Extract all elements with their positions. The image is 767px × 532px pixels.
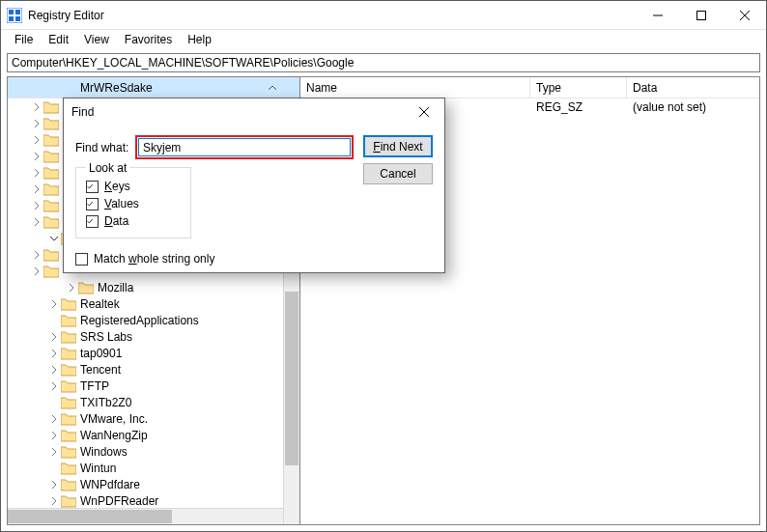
address-bar[interactable]: Computer\HKEY_LOCAL_MACHINE\SOFTWARE\Pol… <box>7 53 760 72</box>
tree-item[interactable]: WNPdfdare <box>8 476 299 492</box>
close-button[interactable] <box>723 1 766 29</box>
tree-item[interactable]: VMware, Inc. <box>8 410 299 427</box>
folder-icon <box>43 265 59 278</box>
chevron-right-icon[interactable] <box>31 118 43 129</box>
tree-item[interactable]: Windows <box>8 443 299 460</box>
tree-item-label: Windows <box>80 445 128 459</box>
folder-icon <box>43 133 59 147</box>
svg-rect-1 <box>9 10 14 14</box>
chevron-right-icon[interactable] <box>31 249 43 261</box>
chevron-right-icon[interactable] <box>48 298 60 310</box>
chevron-right-icon[interactable] <box>48 348 60 359</box>
folder-icon <box>43 100 59 114</box>
menu-view[interactable]: View <box>76 31 117 48</box>
folder-icon <box>61 297 76 311</box>
tree-item[interactable]: TXITb2Z0 <box>8 394 299 410</box>
tree-item-label: WanNengZip <box>80 429 148 442</box>
minimize-button[interactable] <box>636 1 679 29</box>
window-title: Registry Editor <box>28 9 636 22</box>
folder-icon <box>43 215 59 229</box>
chevron-right-icon[interactable] <box>31 266 43 277</box>
chevron-right-icon[interactable] <box>31 200 43 211</box>
chevron-right-icon[interactable] <box>31 167 43 179</box>
tree-item-label: Mozilla <box>98 281 133 294</box>
tree-item-label: RegisteredApplications <box>80 314 199 327</box>
tree-item-label: Wintun <box>80 462 116 475</box>
chevron-right-icon[interactable] <box>48 495 60 507</box>
chevron-right-icon[interactable] <box>31 101 43 113</box>
find-next-button[interactable]: Find Next <box>363 135 433 157</box>
menu-favorites[interactable]: Favorites <box>117 31 180 48</box>
find-what-input[interactable] <box>138 138 351 156</box>
tree-item[interactable]: SRS Labs <box>8 328 299 345</box>
tree-item-label: Tencent <box>80 363 121 377</box>
tree-item[interactable]: Wintun <box>8 460 299 476</box>
folder-icon <box>43 182 59 196</box>
folder-icon <box>61 412 76 426</box>
tree-item[interactable]: Realtek <box>8 295 299 312</box>
tree-item[interactable]: Mozilla <box>8 279 299 295</box>
find-input-highlight <box>135 135 354 159</box>
chevron-down-icon[interactable] <box>48 233 60 244</box>
find-what-label: Find what: <box>75 141 135 154</box>
chevron-right-icon[interactable] <box>48 331 60 343</box>
tree-selected-item[interactable]: MrWReSdake <box>8 77 299 98</box>
chevron-right-icon[interactable] <box>48 430 60 441</box>
keys-checkbox-row[interactable]: Keys <box>86 178 181 195</box>
tree-item-label: WNPdfdare <box>80 478 140 491</box>
column-header-type[interactable]: Type <box>530 77 627 98</box>
folder-icon <box>61 363 76 377</box>
tree-item[interactable]: WanNengZip <box>8 427 299 443</box>
chevron-right-icon[interactable] <box>66 282 77 294</box>
scrollbar-thumb[interactable] <box>285 292 298 465</box>
tree-item[interactable]: RegisteredApplications <box>8 312 299 328</box>
find-close-button[interactable] <box>412 99 437 125</box>
folder-icon <box>43 166 59 180</box>
app-icon <box>7 8 22 23</box>
maximize-button[interactable] <box>679 1 723 29</box>
tree-item-label: tap0901 <box>80 347 122 360</box>
scrollbar-thumb[interactable] <box>8 510 172 523</box>
menu-file[interactable]: File <box>7 31 41 48</box>
chevron-right-icon[interactable] <box>48 315 60 326</box>
data-checkbox-row[interactable]: Data <box>86 212 181 230</box>
tree-horizontal-scrollbar[interactable] <box>8 508 283 524</box>
look-at-group: Look at Keys Values Data <box>75 167 191 238</box>
values-checkbox-row[interactable]: Values <box>86 195 181 212</box>
folder-icon <box>61 478 76 491</box>
values-label: Values <box>104 197 139 210</box>
tree-item[interactable]: TFTP <box>8 378 299 394</box>
chevron-right-icon[interactable] <box>48 413 60 425</box>
folder-icon <box>43 199 59 212</box>
folder-icon <box>43 117 59 130</box>
match-whole-checkbox-row[interactable]: Match whole string only <box>75 250 354 267</box>
chevron-right-icon[interactable] <box>48 364 60 376</box>
match-whole-label: Match whole string only <box>94 252 214 266</box>
column-header-data[interactable]: Data <box>627 77 759 98</box>
chevron-right-icon[interactable] <box>48 479 60 490</box>
chevron-right-icon[interactable] <box>48 462 60 474</box>
chevron-right-icon[interactable] <box>48 446 60 458</box>
chevron-right-icon[interactable] <box>48 380 60 392</box>
svg-rect-4 <box>15 16 20 21</box>
tree-item-label: VMware, Inc. <box>80 412 148 426</box>
menu-edit[interactable]: Edit <box>41 31 76 48</box>
window-controls <box>636 1 766 29</box>
chevron-right-icon[interactable] <box>31 183 43 195</box>
tree-item[interactable]: Tencent <box>8 361 299 378</box>
chevron-right-icon[interactable] <box>31 216 43 228</box>
checkbox-icon <box>86 215 99 228</box>
tree-item[interactable]: WnPDFReader <box>8 492 299 509</box>
menu-help[interactable]: Help <box>180 31 219 48</box>
chevron-right-icon[interactable] <box>48 397 60 408</box>
tree-item-label: Realtek <box>80 297 120 311</box>
chevron-right-icon[interactable] <box>31 134 43 146</box>
cancel-button[interactable]: Cancel <box>363 163 433 184</box>
tree-item[interactable]: tap0901 <box>8 345 299 361</box>
address-text: Computer\HKEY_LOCAL_MACHINE\SOFTWARE\Pol… <box>12 56 354 70</box>
column-header-name[interactable]: Name <box>300 77 530 98</box>
find-title-bar: Find <box>64 98 444 126</box>
find-dialog: Find Find what: Look at <box>63 98 445 273</box>
chevron-right-icon[interactable] <box>31 151 43 162</box>
tree-item-label: MrWReSdake <box>80 81 153 95</box>
